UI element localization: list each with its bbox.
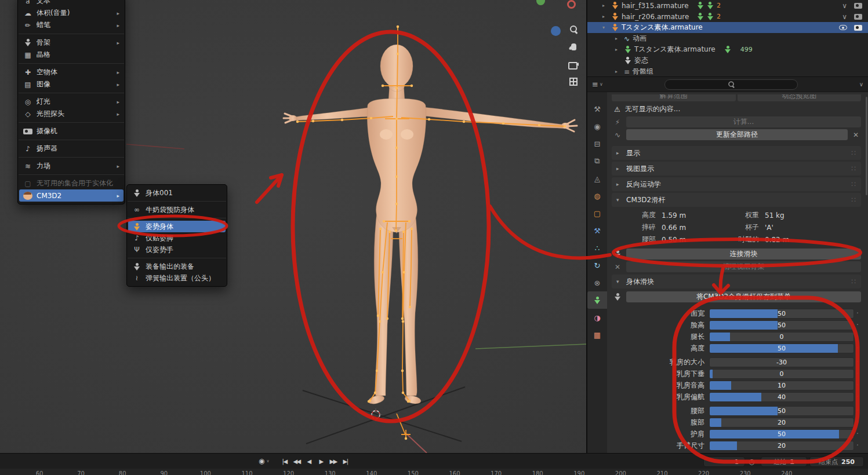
slider-track[interactable]: 40 (709, 392, 854, 402)
connect-sliders-button[interactable]: 连接滑块 (626, 249, 861, 260)
jump-to-end-button[interactable]: ▶| (340, 456, 351, 466)
tab-physics[interactable]: ↻ (587, 257, 607, 274)
calc-range-button[interactable]: 解算范围 (612, 94, 736, 101)
add-menu-item-4[interactable]: ▦晶格 (18, 49, 125, 61)
drag-dots-icon[interactable]: ∷ (851, 196, 856, 204)
jump-to-start-button[interactable]: |◀ (279, 456, 290, 466)
panel-inverse-kinematics[interactable]: ▸ 反向运动学 ∷ (612, 177, 861, 191)
auto-keyframe-button[interactable]: ◉∨ (259, 457, 270, 465)
slider-track[interactable]: 0 (709, 332, 854, 342)
drag-dots-icon[interactable]: ∷ (851, 277, 856, 286)
zoom-button[interactable] (567, 23, 580, 36)
outliner-row-6[interactable]: ▸≡骨骼组 (587, 66, 868, 77)
tab-texture[interactable]: ▦ (587, 326, 607, 344)
chevron-down-icon[interactable]: ∨ (859, 81, 863, 87)
slider-track[interactable]: 50 (709, 406, 854, 416)
slider-track[interactable]: 20 (709, 441, 854, 451)
camera-view-button[interactable] (567, 58, 580, 71)
end-frame-field[interactable]: 结束点250 (809, 456, 864, 467)
add-menu-item-9[interactable]: 摄像机 (18, 125, 125, 137)
gizmo-axis-red[interactable] (567, 0, 576, 9)
tab-output[interactable]: ⊟ (587, 135, 607, 152)
outliner-row-3[interactable]: ▸∿动画 (587, 33, 868, 44)
save-sliders-button[interactable]: 将CM3D2全身滑杆保存到菜单 (626, 291, 861, 302)
tab-material[interactable]: ◑ (587, 309, 607, 326)
next-keyframe-button[interactable]: ▶▶ (328, 456, 339, 466)
slider-track[interactable]: 10 (709, 381, 854, 390)
animate-dot-icon[interactable]: · (854, 430, 861, 438)
animate-dot-icon[interactable]: · (854, 370, 861, 378)
animate-dot-icon[interactable]: · (854, 309, 861, 317)
slider-track[interactable]: 50 (709, 320, 854, 330)
tab-constraints[interactable]: ⊗ (587, 274, 607, 291)
slider-track[interactable]: 50 (709, 429, 854, 439)
outliner-row-4[interactable]: ▸Tスタンス素体.armature499 (587, 44, 868, 55)
expand-caret-icon[interactable]: ▸ (615, 47, 621, 52)
preview-range-button[interactable]: 动态预览图 (738, 94, 862, 101)
outliner-row-2[interactable]: ▾Tスタンス素体.armature (587, 22, 868, 33)
animate-dot-icon[interactable]: · (854, 407, 861, 415)
drag-dots-icon[interactable]: ∷ (851, 180, 856, 188)
add-menu-item-2[interactable]: ✏蜡笔▸ (18, 19, 125, 31)
add-menu-item-0[interactable]: a文本 (18, 0, 125, 7)
outliner-row-0[interactable]: ▸hair_f315.armature2∨ (587, 0, 868, 11)
slider-track[interactable]: 50 (709, 344, 854, 353)
add-menu-item-3[interactable]: 骨架▸ (18, 36, 125, 49)
gizmo-axis-blue[interactable] (551, 26, 561, 36)
animate-dot-icon[interactable]: · (854, 321, 861, 329)
play-reverse-button[interactable]: ◀ (303, 456, 315, 466)
tab-view-layer[interactable]: ⧉ (587, 152, 607, 170)
outliner-row-5[interactable]: 姿态 (587, 55, 868, 66)
expand-caret-icon[interactable]: ▸ (615, 36, 621, 41)
panel-cm3d2-sliders[interactable]: ▾ CM3D2滑杆 ∷ (612, 193, 861, 207)
animate-dot-icon[interactable]: · (854, 332, 861, 341)
slider-track[interactable]: 20 (709, 418, 854, 427)
expand-caret-icon[interactable]: ▸ (602, 3, 608, 8)
outliner-row-1[interactable]: ▸hair_r206.armature2∨ (587, 11, 868, 22)
tab-particles[interactable]: ∴ (587, 239, 607, 257)
animate-dot-icon[interactable]: · (854, 393, 861, 401)
current-frame-field[interactable]: 1 (703, 456, 745, 467)
cm3d2-menu-item-6[interactable]: ≀弹簧输出装置（公头） (127, 272, 227, 284)
cm3d2-menu-item-4[interactable]: Ψ仅姿势手 (127, 244, 227, 255)
add-menu-item-6[interactable]: ▤图像▸ (18, 78, 125, 90)
cm3d2-menu-item-1[interactable]: ∞牛奶袋预防身体 (127, 204, 227, 215)
update-all-paths-button[interactable]: 更新全部路径 (626, 129, 848, 140)
add-menu-item-1[interactable]: ☁体积(音量)▸ (18, 7, 125, 19)
expand-caret-icon[interactable]: ▾ (602, 25, 608, 30)
add-menu-item-5[interactable]: ✚空物体▸ (18, 66, 125, 78)
editor-type-button[interactable]: ≡∨ (592, 80, 603, 89)
animate-dot-icon[interactable]: · (854, 344, 861, 352)
add-menu-item-12[interactable]: ▢无可用的集合用于实体化 (18, 177, 125, 189)
cm3d2-menu-item-2[interactable]: 姿势身体 (128, 221, 226, 232)
drag-dots-icon[interactable]: ∷ (851, 149, 856, 157)
cm3d2-menu-item-3[interactable]: ♪仅贴姿脚 (127, 232, 227, 244)
orthographic-button[interactable] (567, 75, 580, 88)
drag-dots-icon[interactable]: ∷ (851, 165, 856, 173)
slider-track[interactable]: -30 (709, 357, 854, 367)
clean-armature-button[interactable]: 清理视层骨架 (626, 261, 861, 272)
animate-dot-icon[interactable]: · (854, 418, 861, 426)
tab-scene[interactable]: ◬ (587, 170, 607, 187)
add-menu-item-10[interactable]: ♪扬声器 (18, 142, 125, 155)
add-menu-item-8[interactable]: ◇光照探头▸ (18, 108, 125, 120)
tab-tool[interactable]: ⚒ (587, 100, 607, 118)
frame-ruler[interactable]: 6070809010011012013014015016017018019020… (0, 469, 868, 475)
panel-display[interactable]: ▸ 显示 ∷ (612, 146, 861, 160)
search-input[interactable] (664, 79, 798, 90)
calculate-button[interactable]: 计算... (626, 116, 861, 127)
play-button[interactable]: ▶ (315, 456, 327, 466)
tab-world[interactable]: ◍ (587, 187, 607, 204)
tab-object[interactable]: ▢ (587, 204, 607, 222)
expand-caret-icon[interactable]: ▸ (602, 14, 608, 19)
tab-modifiers[interactable]: ⚒ (587, 222, 607, 239)
tab-data[interactable] (587, 291, 607, 309)
animate-dot-icon[interactable]: · (854, 381, 861, 389)
animate-dot-icon[interactable]: · (854, 441, 861, 450)
slider-track[interactable]: 0 (709, 369, 854, 379)
pan-button[interactable] (567, 41, 580, 53)
start-frame-field[interactable]: 起始1 (761, 456, 807, 467)
cm3d2-menu-item-0[interactable]: 身体001 (127, 187, 227, 199)
panel-body-sliders[interactable]: ▾ 身体滑块 ∷ (612, 275, 861, 288)
animate-dot-icon[interactable]: · (854, 358, 861, 366)
